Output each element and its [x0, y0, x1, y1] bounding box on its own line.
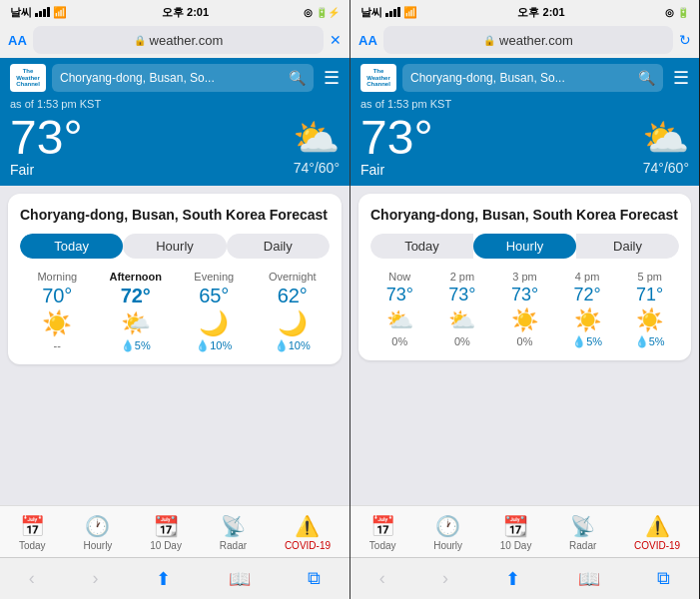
share-button[interactable]: ⬆ [156, 568, 171, 590]
status-bar-right: 날씨 📶 오후 2:01 ◎ 🔋 [350, 0, 699, 22]
search-icon[interactable]: 🔍 [289, 70, 306, 86]
location-search-bar[interactable]: Choryang-dong, Busan, So... 🔍 [52, 64, 314, 92]
address-bar-right[interactable]: 🔒 weather.com [383, 26, 673, 54]
covid-icon: ⚠️ [295, 514, 320, 538]
slot-temp: 65° [177, 285, 252, 307]
hourly-icon: ⛅ [433, 307, 492, 333]
tab-hourly-right[interactable]: Hourly [473, 234, 576, 259]
search-icon[interactable]: 🔍 [638, 70, 655, 86]
hourly-slot-now: Now 73° ⛅ 0% [370, 271, 429, 348]
main-content-left: Choryang-dong, Busan, South Korea Foreca… [0, 186, 350, 505]
slot-icon: 🌙 [177, 309, 252, 337]
location-text: Choryang-dong, Busan, So... [410, 71, 565, 85]
menu-icon[interactable]: ☰ [324, 67, 340, 89]
carrier-text: 날씨 [360, 5, 382, 20]
today-slot-overnight: Overnight 62° 🌙 💧10% [256, 271, 331, 352]
slot-label: Morning [20, 271, 95, 283]
tabs-button[interactable]: ⧉ [308, 568, 321, 589]
tab-bar-right: Today Hourly Daily [370, 234, 679, 259]
radar-icon: 📡 [570, 514, 595, 538]
location-arrow-icon: ◎ [304, 7, 313, 18]
back-button: ‹ [379, 568, 385, 589]
status-right: ◎ 🔋 [665, 7, 689, 18]
refresh-button[interactable]: ↻ [679, 32, 691, 48]
hourly-icon: ⛅ [370, 307, 429, 333]
slot-temp: 62° [256, 285, 331, 307]
nav-covid-left[interactable]: ⚠️ COVID-19 [285, 514, 331, 551]
slot-temp: 70° [20, 285, 95, 307]
tab-daily-left[interactable]: Daily [227, 234, 330, 259]
hourly-temp: 71° [620, 285, 679, 305]
hourly-precip: 0% [495, 335, 554, 347]
bottom-nav-left: 📅 Today 🕐 Hourly 📆 10 Day 📡 Radar ⚠️ COV… [0, 505, 350, 557]
logo-text: TheWeatherChannel [16, 68, 40, 88]
nav-today-left[interactable]: 📅 Today [19, 514, 46, 551]
nav-covid-right[interactable]: ⚠️ COVID-19 [634, 514, 680, 551]
nav-label: Today [369, 540, 396, 551]
nav-10day-right[interactable]: 📆 10 Day [500, 514, 532, 551]
bookmarks-button[interactable]: 📖 [229, 568, 251, 590]
share-button[interactable]: ⬆ [505, 568, 520, 590]
nav-label: 10 Day [150, 540, 182, 551]
bookmarks-button[interactable]: 📖 [578, 568, 600, 590]
menu-icon[interactable]: ☰ [673, 67, 689, 89]
nav-hourly-right[interactable]: 🕐 Hourly [433, 514, 462, 551]
hourly-precip: 0% [433, 335, 492, 347]
main-content-right: Choryang-dong, Busan, South Korea Foreca… [350, 186, 699, 505]
weather-desc-right: Fair [360, 162, 433, 178]
nav-today-right[interactable]: 📅 Today [369, 514, 396, 551]
location-search-bar[interactable]: Choryang-dong, Busan, So... 🔍 [402, 64, 663, 92]
hourly-label: 3 pm [495, 271, 554, 283]
address-bar-container-left: AA 🔒 weather.com ✕ [0, 22, 350, 58]
weather-desc-left: Fair [10, 162, 83, 178]
tab-today-right[interactable]: Today [370, 234, 473, 259]
slot-label: Overnight [256, 271, 331, 283]
today-slot-morning: Morning 70° ☀️ -- [20, 271, 95, 352]
high-low-right: 74°/60° [642, 160, 689, 176]
tabs-button[interactable]: ⧉ [657, 568, 670, 589]
weather-channel-logo: TheWeatherChannel [360, 64, 396, 92]
current-temp-right: 73° [360, 114, 433, 162]
calendar-10-icon: 📆 [154, 514, 179, 538]
weather-meta-right: as of 1:53 pm KST [360, 98, 689, 110]
aa-button[interactable]: AA [8, 33, 27, 48]
forecast-title-left: Choryang-dong, Busan, South Korea Foreca… [20, 206, 330, 224]
hourly-slot-2pm: 2 pm 73° ⛅ 0% [433, 271, 492, 348]
today-grid-left: Morning 70° ☀️ -- Afternoon 72° 🌤️ 💧5% E… [20, 271, 330, 352]
battery-icon: 🔋⚡ [316, 7, 340, 18]
browser-chrome-left: ‹ › ⬆ 📖 ⧉ [0, 557, 350, 599]
address-bar-left[interactable]: 🔒 weather.com [33, 26, 324, 54]
tab-daily-right[interactable]: Daily [576, 234, 679, 259]
close-button[interactable]: ✕ [330, 32, 342, 48]
nav-10day-left[interactable]: 📆 10 Day [150, 514, 182, 551]
battery-icon: 🔋 [677, 7, 689, 18]
slot-icon: ☀️ [20, 309, 95, 337]
aa-button[interactable]: AA [358, 33, 377, 48]
temp-right-col-left: 73° Fair [360, 114, 433, 178]
nav-label: Radar [569, 540, 596, 551]
tab-today-left[interactable]: Today [20, 234, 123, 259]
nav-label: COVID-19 [285, 540, 331, 551]
nav-label: Hourly [433, 540, 462, 551]
hourly-temp: 72° [558, 285, 617, 305]
nav-radar-right[interactable]: 📡 Radar [569, 514, 596, 551]
hourly-slot-3pm: 3 pm 73° ☀️ 0% [495, 271, 554, 348]
weather-meta-left: as of 1:53 pm KST [10, 98, 340, 110]
hourly-precip: 0% [370, 335, 429, 347]
nav-hourly-left[interactable]: 🕐 Hourly [83, 514, 112, 551]
slot-precip: 💧10% [256, 339, 331, 352]
covid-icon: ⚠️ [645, 514, 670, 538]
left-phone: 날씨 📶 오후 2:01 ◎ 🔋⚡ AA 🔒 weather.com ✕ The [0, 0, 350, 599]
calendar-icon: 📅 [20, 514, 45, 538]
slot-temp: 72° [99, 285, 174, 307]
carrier-text: 날씨 [10, 5, 32, 20]
hourly-label: 4 pm [558, 271, 617, 283]
forward-button: › [442, 568, 448, 589]
temp-right-col-right: ⛅ 74°/60° [642, 116, 689, 176]
tab-hourly-left[interactable]: Hourly [123, 234, 226, 259]
clock-icon: 🕐 [435, 514, 460, 538]
nav-radar-left[interactable]: 📡 Radar [220, 514, 247, 551]
weather-channel-logo: TheWeatherChannel [10, 64, 46, 92]
weather-nav-right: TheWeatherChannel Choryang-dong, Busan, … [360, 64, 689, 92]
temp-row-right: 73° Fair ⛅ 74°/60° [360, 114, 689, 178]
